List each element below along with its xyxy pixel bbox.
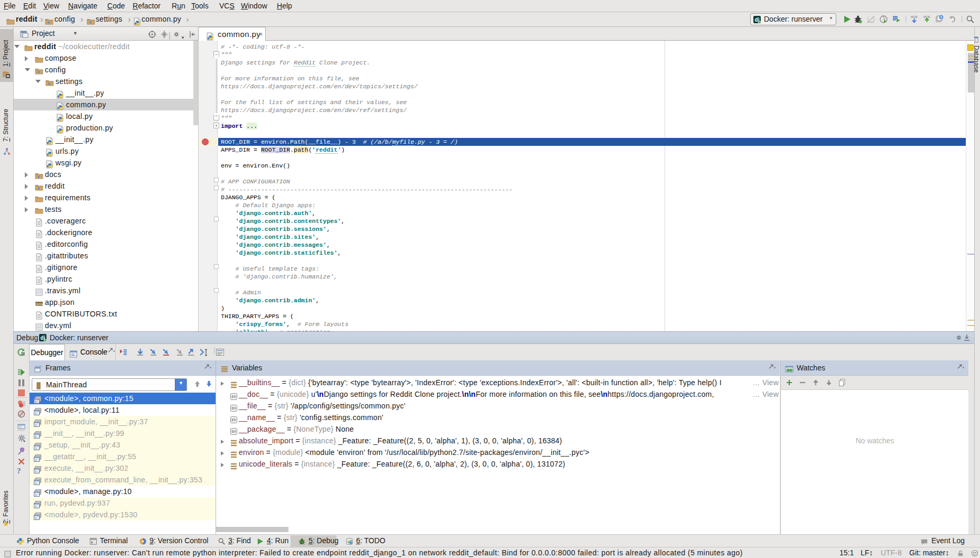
svg-text:JSON: JSON <box>35 303 43 306</box>
svg-text:89: 89 <box>231 418 236 422</box>
svg-text:89: 89 <box>231 406 236 410</box>
svg-text:89: 89 <box>231 430 236 433</box>
svg-text:89: 89 <box>231 395 236 398</box>
svg-text:VCS: VCS <box>911 15 917 18</box>
